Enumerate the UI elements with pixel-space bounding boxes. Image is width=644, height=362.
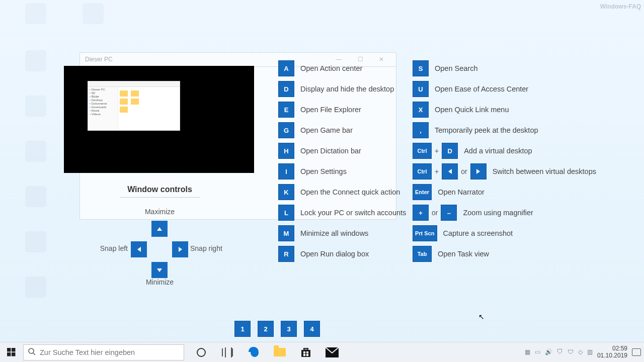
svg-point-4 (29, 348, 34, 353)
arrow-up-button[interactable] (151, 221, 168, 237)
cortana-button[interactable] (191, 342, 211, 363)
search-placeholder: Zur Suche Text hier eingeben (40, 348, 135, 356)
svg-rect-10 (303, 354, 305, 356)
key-2: 2 (258, 321, 274, 337)
tray-icon[interactable]: 🛡 (568, 348, 574, 355)
arrow-down-button[interactable] (151, 262, 168, 278)
taskbar: Zur Suche Text hier eingeben ▦ ▭ 🔊 ⛉ 🛡 ◇… (0, 342, 644, 362)
start-button[interactable] (0, 342, 22, 363)
snap-right-label: Snap right (190, 244, 235, 252)
search-icon (28, 347, 36, 357)
snap-left-label: Snap left (83, 244, 128, 252)
desktop-icon[interactable] (18, 3, 53, 26)
desktop-icon[interactable] (18, 141, 53, 164)
key-m: M (278, 225, 294, 241)
key-prtscn: Prt Scn (413, 225, 437, 241)
window-preview-thumbnail: Dieser PC3DBilderDesktopDokumenteDownloa… (64, 66, 254, 173)
key-d2: D (442, 143, 458, 159)
cursor-icon: ↖ (478, 313, 485, 321)
task-view-button[interactable] (217, 342, 237, 363)
key-ctrl-2: Ctrl (413, 163, 432, 179)
shortcuts-col-2: SOpen Search UOpen Ease of Access Center… (413, 60, 596, 266)
svg-rect-2 (7, 352, 11, 356)
desktop-icon[interactable] (18, 96, 53, 119)
key-h: H (278, 143, 294, 159)
search-input[interactable]: Zur Suche Text hier eingeben (23, 344, 184, 360)
volume-icon[interactable]: 🔊 (545, 348, 552, 355)
svg-rect-11 (306, 354, 308, 356)
key-3: 3 (281, 321, 297, 337)
key-tab: Tab (413, 246, 432, 262)
key-4: 4 (304, 321, 320, 337)
key-x: X (413, 102, 429, 118)
desktop-icon[interactable] (18, 231, 53, 254)
key-l: L (278, 205, 294, 221)
svg-rect-1 (12, 348, 16, 352)
tray-icon[interactable]: ▭ (535, 348, 540, 355)
key-minus: – (441, 205, 457, 221)
clock[interactable]: 02:59 01.10.2019 (597, 345, 627, 359)
key-enter: Enter (413, 184, 432, 200)
store-icon[interactable] (296, 342, 316, 363)
key-right-arrow (470, 163, 487, 179)
svg-rect-0 (7, 348, 11, 352)
tray-icon[interactable]: ▥ (587, 348, 593, 355)
watermark: Windows-FAQ (600, 3, 641, 10)
window-controls-title: Window controls (120, 185, 200, 198)
window-controls-panel: Window controls Maximize Snap left Snap … (101, 185, 219, 287)
key-a: A (278, 60, 294, 76)
arrow-right-button[interactable] (172, 241, 188, 257)
maximize-label: Maximize (101, 208, 219, 216)
key-k: K (278, 184, 294, 200)
desktop-icon[interactable] (18, 50, 53, 73)
notifications-icon[interactable] (632, 348, 641, 356)
desktop-icon[interactable] (18, 277, 53, 300)
tray-icon[interactable]: ◇ (578, 348, 583, 355)
svg-rect-9 (306, 351, 308, 353)
key-plus: + (413, 205, 429, 221)
key-r: R (278, 246, 294, 262)
shortcuts-col-1: AOpen Action center DDisplay and hide th… (278, 60, 406, 266)
svg-rect-8 (303, 351, 305, 353)
svg-rect-7 (304, 348, 308, 350)
tray-icon[interactable]: ⛉ (557, 348, 563, 355)
file-explorer-icon[interactable] (270, 342, 290, 363)
key-comma: , (413, 122, 429, 138)
key-u: U (413, 81, 429, 97)
mail-icon[interactable] (322, 342, 342, 363)
svg-line-5 (33, 353, 35, 355)
arrow-left-button[interactable] (131, 241, 147, 257)
system-tray: ▦ ▭ 🔊 ⛉ 🛡 ◇ ▥ 02:59 01.10.2019 (525, 342, 641, 362)
number-row: 1 2 3 4 (234, 321, 320, 337)
edge-icon[interactable] (244, 342, 264, 363)
svg-rect-3 (12, 352, 16, 356)
desktop-icon[interactable] (75, 3, 111, 26)
key-i: I (278, 163, 294, 179)
svg-rect-6 (301, 350, 310, 357)
key-ctrl: Ctrl (413, 143, 432, 159)
key-d: D (278, 81, 294, 97)
key-left-arrow (442, 163, 458, 179)
key-g: G (278, 122, 294, 138)
desktop-icon[interactable] (18, 186, 53, 209)
key-s: S (413, 60, 429, 76)
key-e: E (278, 102, 294, 118)
minimize-label: Minimize (101, 278, 219, 286)
tray-icon[interactable]: ▦ (525, 348, 530, 355)
key-1: 1 (234, 321, 251, 337)
